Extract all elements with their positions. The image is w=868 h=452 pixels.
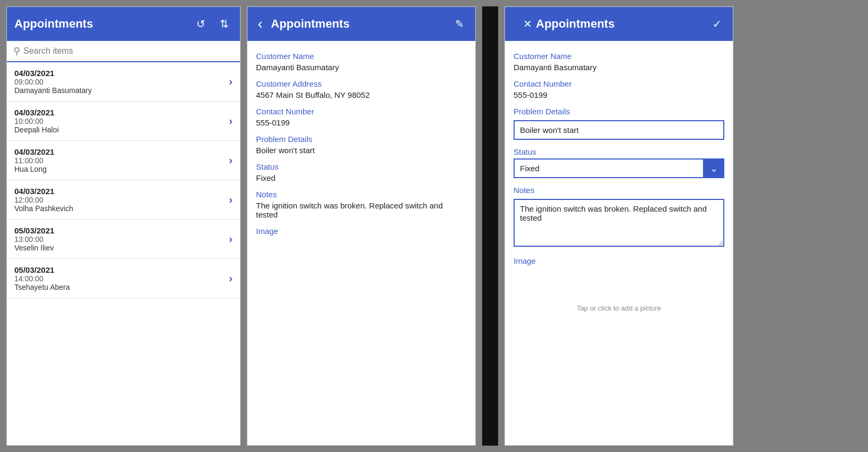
list-item-time: 10:00:00	[14, 117, 229, 125]
edit-status-label: Status	[514, 147, 724, 156]
list-item-date: 05/03/2021	[14, 226, 229, 235]
status-select[interactable]: FixedPendingIn ProgressCancelled	[514, 158, 724, 178]
detail-image-label: Image	[256, 227, 467, 236]
appointments-list-panel: Appointments ↺ ⇅ ⚲ 04/03/2021 09:00:00 D…	[6, 6, 241, 446]
edit-notes-label: Notes	[514, 186, 724, 195]
status-select-wrapper: FixedPendingIn ProgressCancelled ⌄	[514, 158, 724, 178]
search-input[interactable]	[23, 46, 234, 56]
list-header: Appointments ↺ ⇅	[7, 7, 240, 41]
detail-problem-details-value: Boiler won't start	[256, 146, 467, 155]
chevron-right-icon: ›	[229, 272, 233, 284]
detail-status-label: Status	[256, 162, 467, 171]
appointments-list: 04/03/2021 09:00:00 Damayanti Basumatary…	[7, 62, 240, 298]
sort-button[interactable]: ⇅	[216, 15, 233, 32]
search-icon: ⚲	[13, 45, 20, 57]
list-item-date: 04/03/2021	[14, 108, 229, 117]
detail-customer-name-value: Damayanti Basumatary	[256, 63, 467, 72]
list-item-name: Hua Long	[14, 165, 229, 173]
edit-header-title: Appointments	[536, 17, 702, 31]
list-item-name: Volha Pashkevich	[14, 204, 229, 213]
list-item-content: 04/03/2021 12:00:00 Volha Pashkevich	[14, 187, 229, 213]
edit-contact-number-value: 555-0199	[514, 90, 724, 99]
list-item-content: 04/03/2021 09:00:00 Damayanti Basumatary	[14, 69, 229, 95]
list-item-name: Veselin Iliev	[14, 244, 229, 252]
list-item-date: 04/03/2021	[14, 187, 229, 196]
detail-status-value: Fixed	[256, 173, 467, 182]
list-item-date: 04/03/2021	[14, 69, 229, 78]
notes-textarea[interactable]	[514, 199, 724, 247]
detail-contact-number-value: 555-0199	[256, 118, 467, 127]
list-item-time: 13:00:00	[14, 235, 229, 244]
edit-customer-name-label: Customer Name	[514, 52, 724, 61]
image-tap-text: Tap or click to add a picture	[577, 304, 661, 312]
list-item-date: 04/03/2021	[14, 147, 229, 156]
list-item[interactable]: 04/03/2021 11:00:00 Hua Long ›	[7, 141, 240, 180]
list-item-name: Tsehayetu Abera	[14, 283, 229, 291]
list-item-date: 05/03/2021	[14, 265, 229, 274]
list-item-time: 12:00:00	[14, 196, 229, 204]
appointments-detail-panel: ‹ Appointments ✎ Customer Name Damayanti…	[247, 6, 476, 446]
edit-image-label: Image	[514, 256, 724, 265]
detail-customer-address-label: Customer Address	[256, 79, 467, 88]
list-item-time: 11:00:00	[14, 156, 229, 165]
list-item-content: 05/03/2021 13:00:00 Veselin Iliev	[14, 226, 229, 252]
list-item[interactable]: 04/03/2021 12:00:00 Volha Pashkevich ›	[7, 180, 240, 220]
detail-content: Customer Name Damayanti Basumatary Custo…	[247, 41, 475, 445]
edit-contact-number-label: Contact Number	[514, 79, 724, 88]
edit-content: Customer Name Damayanti Basumatary Conta…	[505, 41, 733, 445]
list-item[interactable]: 04/03/2021 09:00:00 Damayanti Basumatary…	[7, 62, 240, 102]
chevron-right-icon: ›	[229, 76, 233, 88]
edit-button[interactable]: ✎	[451, 15, 468, 32]
detail-notes-label: Notes	[256, 190, 467, 199]
list-item[interactable]: 05/03/2021 14:00:00 Tsehayetu Abera ›	[7, 259, 240, 298]
problem-details-input[interactable]	[514, 120, 724, 140]
detail-contact-number-label: Contact Number	[256, 107, 467, 116]
black-gap	[482, 6, 498, 446]
list-item-name: Damayanti Basumatary	[14, 86, 229, 95]
list-item-time: 09:00:00	[14, 78, 229, 86]
list-item-name: Deepali Haloi	[14, 125, 229, 134]
detail-header: ‹ Appointments ✎	[247, 7, 475, 41]
back-button[interactable]: ‹	[252, 15, 269, 32]
chevron-right-icon: ›	[229, 233, 233, 245]
appointments-edit-panel: ✕ Appointments ✓ Customer Name Damayanti…	[505, 6, 733, 446]
search-bar: ⚲	[7, 41, 240, 62]
detail-notes-value: The ignition switch was broken. Replaced…	[256, 201, 467, 219]
detail-customer-address-value: 4567 Main St Buffalo, NY 98052	[256, 90, 467, 99]
list-item[interactable]: 05/03/2021 13:00:00 Veselin Iliev ›	[7, 220, 240, 259]
detail-header-title: Appointments	[271, 17, 444, 31]
refresh-button[interactable]: ↺	[192, 15, 209, 32]
edit-customer-name-value: Damayanti Basumatary	[514, 63, 724, 72]
chevron-right-icon: ›	[229, 115, 233, 127]
list-item-content: 04/03/2021 10:00:00 Deepali Haloi	[14, 108, 229, 134]
list-item-content: 04/03/2021 11:00:00 Hua Long	[14, 147, 229, 173]
detail-problem-details-label: Problem Details	[256, 135, 467, 144]
list-item[interactable]: 04/03/2021 10:00:00 Deepali Haloi ›	[7, 102, 240, 141]
list-item-content: 05/03/2021 14:00:00 Tsehayetu Abera	[14, 265, 229, 291]
chevron-right-icon: ›	[229, 154, 233, 166]
close-button[interactable]: ✕	[519, 15, 536, 32]
confirm-button[interactable]: ✓	[708, 15, 725, 32]
detail-customer-name-label: Customer Name	[256, 52, 467, 61]
chevron-right-icon: ›	[229, 194, 233, 206]
list-header-title: Appointments	[14, 17, 186, 31]
edit-problem-details-label: Problem Details	[514, 107, 724, 116]
list-item-time: 14:00:00	[14, 274, 229, 283]
image-upload-area[interactable]: Tap or click to add a picture	[514, 270, 724, 312]
edit-header: ✕ Appointments ✓	[505, 7, 733, 41]
